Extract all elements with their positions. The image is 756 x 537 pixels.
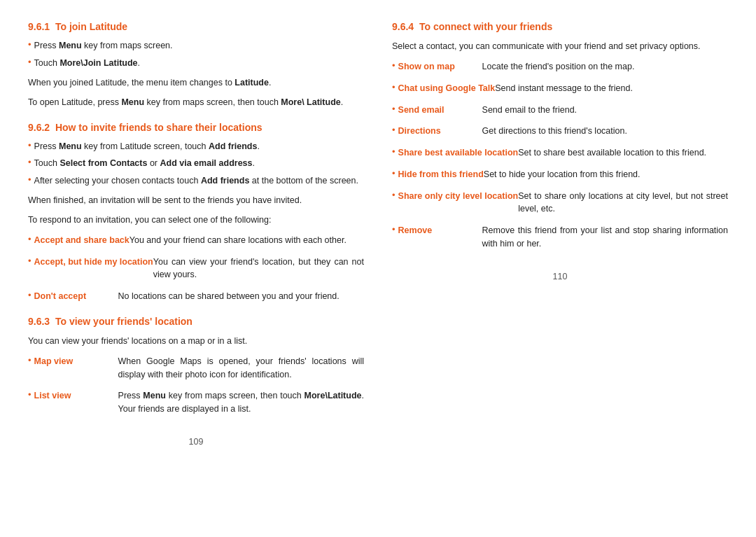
list-item: • Map view When Google Maps is opened, y… — [28, 355, 364, 382]
term-directions: Directions — [398, 125, 482, 138]
list-item: • Don't accept No locations can be share… — [28, 290, 364, 303]
list-item: • Share best available location Set to s… — [392, 146, 728, 160]
term-send-email: Send email — [398, 104, 482, 117]
list-item: • Share only city level location Set to … — [392, 190, 728, 216]
bullet-dot: • — [28, 140, 31, 151]
bullet-dot: • — [392, 125, 396, 135]
section-962-para1: When finished, an invitation will be sen… — [28, 193, 364, 207]
bullet-text: After selecting your chosen contacts tou… — [34, 174, 358, 188]
section-962-twocol: • Accept and share back You and your fri… — [28, 234, 364, 303]
section-961-title: 9.6.1 To join Latitude — [28, 21, 364, 32]
def-directions: Get directions to this friend's location… — [482, 125, 728, 138]
list-item: • Remove Remove this friend from your li… — [392, 224, 728, 251]
section-964: 9.6.4 To connect with your friends Selec… — [392, 21, 728, 251]
section-964-twocol: • Show on map Locate the friend's positi… — [392, 60, 728, 251]
section-963-para1: You can view your friends' locations on … — [28, 334, 364, 348]
page-container: 9.6.1 To join Latitude • Press Menu key … — [14, 0, 742, 468]
list-item: • Touch Select from Contacts or Add via … — [28, 157, 364, 170]
page-left: 9.6.1 To join Latitude • Press Menu key … — [28, 21, 364, 447]
def-accept-share: You and your friend can share locations … — [130, 234, 364, 247]
page-number-right: 110 — [392, 272, 728, 281]
list-item: • Press Menu key from maps screen. — [28, 39, 364, 53]
bullet-dot: • — [392, 146, 396, 157]
list-item: • Directions Get directions to this frie… — [392, 125, 728, 138]
def-list-view: Press Menu key from maps screen, then to… — [118, 389, 364, 416]
list-item: • Touch More\Join Latitude. — [28, 57, 364, 70]
bullet-dot: • — [28, 256, 31, 266]
def-dont-accept: No locations can be shared between you a… — [118, 290, 364, 303]
term-share-city: Share only city level location — [398, 190, 519, 203]
term-map-view: Map view — [34, 355, 118, 368]
def-show-on-map: Locate the friend's position on the map. — [482, 60, 728, 74]
list-item: • Accept, but hide my location You can v… — [28, 256, 364, 282]
term-hide-from: Hide from this friend — [398, 168, 484, 181]
section-961-para2: To open Latitude, press Menu key from ma… — [28, 95, 364, 109]
section-962-para2: To respond to an invitation, you can sel… — [28, 213, 364, 227]
section-961: 9.6.1 To join Latitude • Press Menu key … — [28, 21, 364, 109]
bullet-text: Press Menu key from Latitude screen, tou… — [34, 140, 260, 153]
bullet-dot: • — [28, 57, 31, 67]
section-963: 9.6.3 To view your friends' location You… — [28, 316, 364, 416]
bullet-dot: • — [28, 174, 31, 185]
bullet-text: Press Menu key from maps screen. — [34, 39, 173, 53]
term-chat-google: Chat using Google Talk — [398, 82, 496, 95]
section-962-bullets: • Press Menu key from Latitude screen, t… — [28, 140, 364, 188]
section-961-bullets: • Press Menu key from maps screen. • Tou… — [28, 39, 364, 70]
term-list-view: List view — [34, 389, 118, 403]
list-item: • Press Menu key from Latitude screen, t… — [28, 140, 364, 153]
bullet-dot: • — [392, 104, 396, 114]
term-dont-accept: Don't accept — [34, 290, 118, 303]
bullet-dot: • — [392, 82, 396, 92]
term-remove: Remove — [398, 224, 482, 237]
def-hide-from: Set to hide your location from this frie… — [484, 168, 728, 181]
list-item: • Show on map Locate the friend's positi… — [392, 60, 728, 74]
list-item: • After selecting your chosen contacts t… — [28, 174, 364, 188]
term-accept-share: Accept and share back — [34, 234, 130, 247]
bullet-dot: • — [392, 60, 396, 71]
list-item: • Hide from this friend Set to hide your… — [392, 168, 728, 181]
section-962: 9.6.2 How to invite friends to share the… — [28, 122, 364, 303]
def-map-view: When Google Maps is opened, your friends… — [118, 355, 364, 382]
term-show-on-map: Show on map — [398, 60, 482, 74]
bullet-dot: • — [28, 39, 31, 50]
def-share-city: Set to share only locations at city leve… — [518, 190, 728, 216]
section-963-title: 9.6.3 To view your friends' location — [28, 316, 364, 327]
section-964-title: 9.6.4 To connect with your friends — [392, 21, 728, 32]
bullet-dot: • — [28, 290, 31, 300]
bullet-text: Touch Select from Contacts or Add via em… — [34, 157, 255, 170]
def-send-email: Send email to the friend. — [482, 104, 728, 117]
bullet-dot: • — [392, 190, 396, 200]
bullet-dot: • — [392, 224, 396, 235]
term-share-best: Share best available location — [398, 146, 519, 160]
def-chat-google: Send instant message to the friend. — [495, 82, 728, 95]
list-item: • Send email Send email to the friend. — [392, 104, 728, 117]
section-961-para1: When you joined Latitude, the menu item … — [28, 76, 364, 90]
page-number-left: 109 — [28, 437, 364, 447]
list-item: • List view Press Menu key from maps scr… — [28, 389, 364, 416]
bullet-text: Touch More\Join Latitude. — [34, 57, 140, 70]
bullet-dot: • — [28, 157, 31, 167]
def-share-best: Set to share best available location to … — [518, 146, 728, 160]
section-963-twocol: • Map view When Google Maps is opened, y… — [28, 355, 364, 416]
section-962-title: 9.6.2 How to invite friends to share the… — [28, 122, 364, 133]
bullet-dot: • — [392, 168, 396, 179]
section-964-para1: Select a contact, you can communicate wi… — [392, 39, 728, 53]
def-accept-hide: You can view your friend's location, but… — [153, 256, 364, 282]
bullet-dot: • — [28, 355, 31, 365]
page-right: 9.6.4 To connect with your friends Selec… — [392, 21, 728, 447]
def-remove: Remove this friend from your list and st… — [482, 224, 728, 251]
bullet-dot: • — [28, 389, 31, 400]
list-item: • Accept and share back You and your fri… — [28, 234, 364, 247]
term-accept-hide: Accept, but hide my location — [34, 256, 153, 269]
bullet-dot: • — [28, 234, 31, 244]
list-item: • Chat using Google Talk Send instant me… — [392, 82, 728, 95]
